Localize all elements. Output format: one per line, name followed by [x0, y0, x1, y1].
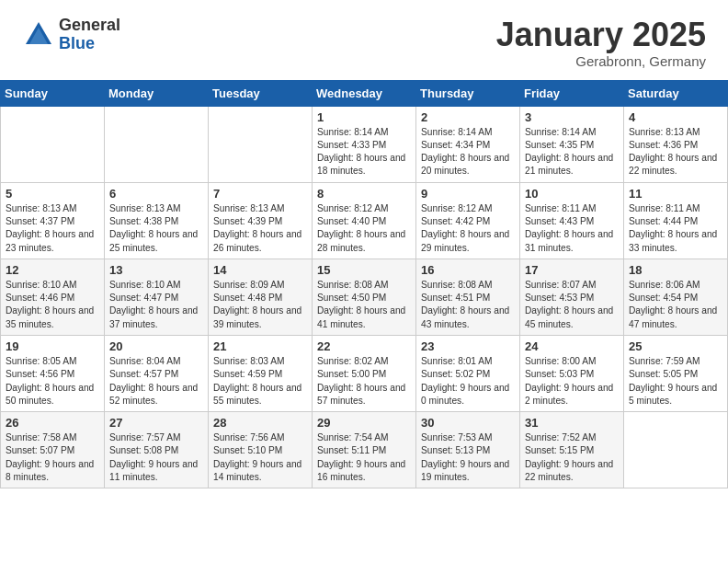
day-cell: 15Sunrise: 8:08 AMSunset: 4:50 PMDayligh… — [313, 259, 416, 335]
week-row-0: 1Sunrise: 8:14 AMSunset: 4:33 PMDaylight… — [1, 106, 728, 182]
day-cell: 23Sunrise: 8:01 AMSunset: 5:02 PMDayligh… — [416, 335, 520, 411]
day-number: 20 — [109, 339, 203, 353]
day-number: 10 — [525, 187, 619, 201]
day-number: 5 — [6, 187, 99, 201]
day-number: 24 — [525, 339, 619, 353]
day-cell — [624, 412, 728, 488]
day-info: Sunrise: 7:58 AMSunset: 5:07 PMDaylight:… — [6, 431, 99, 484]
day-info: Sunrise: 8:12 AMSunset: 4:40 PMDaylight:… — [317, 202, 411, 255]
day-info: Sunrise: 8:11 AMSunset: 4:44 PMDaylight:… — [629, 202, 722, 255]
day-number: 25 — [629, 339, 722, 353]
day-cell: 6Sunrise: 8:13 AMSunset: 4:38 PMDaylight… — [105, 182, 209, 259]
day-info: Sunrise: 7:53 AMSunset: 5:13 PMDaylight:… — [421, 431, 515, 484]
day-cell: 1Sunrise: 8:14 AMSunset: 4:33 PMDaylight… — [313, 106, 416, 182]
day-cell: 27Sunrise: 7:57 AMSunset: 5:08 PMDayligh… — [105, 412, 209, 488]
day-info: Sunrise: 8:14 AMSunset: 4:34 PMDaylight:… — [421, 126, 515, 178]
day-cell — [105, 106, 209, 182]
day-cell: 28Sunrise: 7:56 AMSunset: 5:10 PMDayligh… — [209, 412, 313, 488]
day-cell: 5Sunrise: 8:13 AMSunset: 4:37 PMDaylight… — [1, 182, 105, 259]
location: Gerabronn, Germany — [496, 53, 706, 69]
day-number: 15 — [317, 263, 411, 277]
day-info: Sunrise: 8:03 AMSunset: 4:59 PMDaylight:… — [213, 355, 307, 408]
day-number: 14 — [213, 263, 307, 277]
day-cell: 4Sunrise: 8:13 AMSunset: 4:36 PMDaylight… — [624, 106, 728, 182]
day-info: Sunrise: 7:59 AMSunset: 5:05 PMDaylight:… — [629, 355, 722, 408]
day-cell — [209, 106, 313, 182]
day-cell: 25Sunrise: 7:59 AMSunset: 5:05 PMDayligh… — [624, 335, 728, 411]
header-row: Sunday Monday Tuesday Wednesday Thursday… — [1, 80, 728, 106]
day-cell: 18Sunrise: 8:06 AMSunset: 4:54 PMDayligh… — [624, 259, 728, 335]
day-cell: 3Sunrise: 8:14 AMSunset: 4:35 PMDaylight… — [520, 106, 624, 182]
day-cell: 19Sunrise: 8:05 AMSunset: 4:56 PMDayligh… — [1, 335, 105, 411]
logo-icon — [22, 18, 55, 52]
day-number: 23 — [421, 339, 515, 353]
day-info: Sunrise: 8:14 AMSunset: 4:33 PMDaylight:… — [317, 126, 411, 178]
col-sunday: Sunday — [1, 80, 105, 106]
week-row-3: 19Sunrise: 8:05 AMSunset: 4:56 PMDayligh… — [1, 335, 728, 411]
day-info: Sunrise: 8:10 AMSunset: 4:46 PMDaylight:… — [6, 279, 99, 331]
day-info: Sunrise: 8:12 AMSunset: 4:42 PMDaylight:… — [421, 202, 515, 255]
day-info: Sunrise: 8:05 AMSunset: 4:56 PMDaylight:… — [6, 355, 99, 408]
day-cell: 2Sunrise: 8:14 AMSunset: 4:34 PMDaylight… — [416, 106, 520, 182]
day-cell: 20Sunrise: 8:04 AMSunset: 4:57 PMDayligh… — [105, 335, 209, 411]
day-number: 12 — [6, 263, 99, 277]
col-monday: Monday — [105, 80, 209, 106]
day-cell: 13Sunrise: 8:10 AMSunset: 4:47 PMDayligh… — [105, 259, 209, 335]
day-cell: 17Sunrise: 8:07 AMSunset: 4:53 PMDayligh… — [520, 259, 624, 335]
day-info: Sunrise: 8:08 AMSunset: 4:50 PMDaylight:… — [317, 279, 411, 331]
day-cell: 29Sunrise: 7:54 AMSunset: 5:11 PMDayligh… — [313, 412, 416, 488]
page: General Blue January 2025 Gerabronn, Ger… — [0, 0, 728, 563]
day-number: 26 — [6, 416, 99, 430]
day-number: 29 — [317, 416, 411, 430]
day-number: 1 — [317, 110, 411, 124]
day-cell: 26Sunrise: 7:58 AMSunset: 5:07 PMDayligh… — [1, 412, 105, 488]
day-info: Sunrise: 8:14 AMSunset: 4:35 PMDaylight:… — [525, 126, 619, 178]
day-info: Sunrise: 8:00 AMSunset: 5:03 PMDaylight:… — [525, 355, 619, 408]
day-number: 31 — [525, 416, 619, 430]
day-info: Sunrise: 8:06 AMSunset: 4:54 PMDaylight:… — [629, 279, 722, 331]
col-tuesday: Tuesday — [209, 80, 313, 106]
day-number: 19 — [6, 339, 99, 353]
day-number: 17 — [525, 263, 619, 277]
day-cell: 9Sunrise: 8:12 AMSunset: 4:42 PMDaylight… — [416, 182, 520, 259]
day-cell: 22Sunrise: 8:02 AMSunset: 5:00 PMDayligh… — [313, 335, 416, 411]
week-row-2: 12Sunrise: 8:10 AMSunset: 4:46 PMDayligh… — [1, 259, 728, 335]
logo: General Blue — [22, 17, 120, 53]
day-number: 3 — [525, 110, 619, 124]
day-info: Sunrise: 8:09 AMSunset: 4:48 PMDaylight:… — [213, 279, 307, 331]
day-info: Sunrise: 7:56 AMSunset: 5:10 PMDaylight:… — [213, 431, 307, 484]
day-cell: 30Sunrise: 7:53 AMSunset: 5:13 PMDayligh… — [416, 412, 520, 488]
col-friday: Friday — [520, 80, 624, 106]
day-info: Sunrise: 7:54 AMSunset: 5:11 PMDaylight:… — [317, 431, 411, 484]
header: General Blue January 2025 Gerabronn, Ger… — [0, 0, 728, 75]
day-info: Sunrise: 8:13 AMSunset: 4:36 PMDaylight:… — [629, 126, 722, 178]
day-number: 8 — [317, 187, 411, 201]
day-number: 18 — [629, 263, 722, 277]
day-info: Sunrise: 8:13 AMSunset: 4:39 PMDaylight:… — [213, 202, 307, 255]
day-info: Sunrise: 8:10 AMSunset: 4:47 PMDaylight:… — [109, 279, 203, 331]
day-info: Sunrise: 8:01 AMSunset: 5:02 PMDaylight:… — [421, 355, 515, 408]
calendar: Sunday Monday Tuesday Wednesday Thursday… — [0, 80, 728, 489]
day-number: 9 — [421, 187, 515, 201]
day-number: 4 — [629, 110, 722, 124]
day-number: 13 — [109, 263, 203, 277]
day-cell: 31Sunrise: 7:52 AMSunset: 5:15 PMDayligh… — [520, 412, 624, 488]
day-number: 30 — [421, 416, 515, 430]
day-number: 22 — [317, 339, 411, 353]
day-cell: 7Sunrise: 8:13 AMSunset: 4:39 PMDaylight… — [209, 182, 313, 259]
day-number: 27 — [109, 416, 203, 430]
day-number: 6 — [109, 187, 203, 201]
day-info: Sunrise: 7:57 AMSunset: 5:08 PMDaylight:… — [109, 431, 203, 484]
col-thursday: Thursday — [416, 80, 520, 106]
day-number: 28 — [213, 416, 307, 430]
day-cell: 11Sunrise: 8:11 AMSunset: 4:44 PMDayligh… — [624, 182, 728, 259]
day-number: 16 — [421, 263, 515, 277]
week-row-4: 26Sunrise: 7:58 AMSunset: 5:07 PMDayligh… — [1, 412, 728, 488]
day-info: Sunrise: 8:07 AMSunset: 4:53 PMDaylight:… — [525, 279, 619, 331]
day-cell: 12Sunrise: 8:10 AMSunset: 4:46 PMDayligh… — [1, 259, 105, 335]
logo-general: General — [59, 16, 120, 34]
day-info: Sunrise: 8:11 AMSunset: 4:43 PMDaylight:… — [525, 202, 619, 255]
day-info: Sunrise: 8:08 AMSunset: 4:51 PMDaylight:… — [421, 279, 515, 331]
day-cell: 8Sunrise: 8:12 AMSunset: 4:40 PMDaylight… — [313, 182, 416, 259]
logo-text: General Blue — [59, 17, 120, 53]
